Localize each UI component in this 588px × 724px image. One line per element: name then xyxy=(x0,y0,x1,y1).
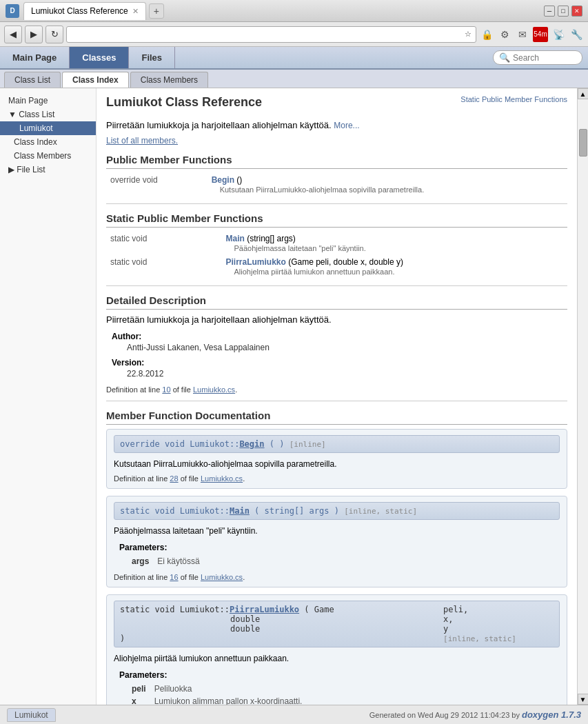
lumiukko-cs-link-def[interactable]: Lumiukko.cs xyxy=(193,385,235,394)
separator2 xyxy=(106,285,567,286)
app-header: Main Page Classes Files 🔍 xyxy=(0,47,588,70)
sidebar: Main Page ▼ Class List Lumiukot Class In… xyxy=(0,88,97,705)
star-icon[interactable]: ☆ xyxy=(465,30,472,39)
def-line-10-link[interactable]: 10 xyxy=(162,385,170,394)
piirra-sig-2b: x, xyxy=(443,614,554,624)
tab-close-button[interactable]: ✕ xyxy=(132,7,139,16)
sidebar-item-class-list[interactable]: ▼ Class List xyxy=(0,108,96,121)
sidebar-item-lumiukot[interactable]: Lumiukot xyxy=(0,121,96,135)
maximize-button[interactable]: □ xyxy=(558,6,569,17)
piirra-header-link[interactable]: PiirraLumiukko xyxy=(230,605,299,614)
main-detail-text: Pääohjelmassa laitetaan "peli" käyntiin. xyxy=(114,525,560,537)
new-tab-button[interactable]: + xyxy=(149,3,164,19)
piirra-detail-section: static void Lumiukot::PiirraLumiukko ( G… xyxy=(106,594,567,705)
forward-button[interactable]: ▶ xyxy=(25,26,43,43)
main-def-line: Definition at line 16 of file Lumiukko.c… xyxy=(114,573,560,581)
begin-header-link[interactable]: Begin xyxy=(239,439,264,449)
scroll-track xyxy=(578,99,588,694)
member-cell: Begin () Kutsutaan PiirraLumiukko-aliohj… xyxy=(207,173,567,197)
wrench-icon[interactable]: 🔧 xyxy=(569,27,584,42)
author-value: Antti-Jussi Lakanen, Vesa Lappalainen xyxy=(127,343,567,352)
version-value: 22.8.2012 xyxy=(127,369,567,379)
security-icon[interactable]: 🔒 xyxy=(479,27,494,42)
param-args-desc: Ei käytössä xyxy=(153,555,203,567)
sub-tab-class-index[interactable]: Class Index xyxy=(62,72,129,88)
table-row: static void Main (string[] args) Pääohje… xyxy=(106,232,567,255)
separator3 xyxy=(106,401,567,401)
piirra-func-header: static void Lumiukot::PiirraLumiukko ( G… xyxy=(114,601,560,647)
piirra-signature: (Game peli, double x, double y) xyxy=(288,257,403,267)
main-link[interactable]: Main xyxy=(225,234,244,243)
table-row: peli Peliluokka xyxy=(128,683,306,695)
sub-tabs: Class List Class Index Class Members xyxy=(0,70,588,88)
sidebar-item-class-members[interactable]: Class Members xyxy=(0,149,96,163)
begin-description: Kutsutaan PiirraLumiukko-aliohjelmaa sop… xyxy=(212,185,425,194)
sub-tab-class-members[interactable]: Class Members xyxy=(130,72,208,88)
static-member-table: static void Main (string[] args) Pääohje… xyxy=(106,232,567,279)
lumiukko-cs-link-begin[interactable]: Lumiukko.cs xyxy=(201,474,243,483)
piirra-type: static void xyxy=(106,255,221,279)
piirra-sig-3: double xyxy=(120,624,443,634)
right-label[interactable]: Static Public Member Functions xyxy=(460,95,567,103)
back-button[interactable]: ◀ xyxy=(4,26,22,43)
detailed-description-text: Piirretään lumiukkoja ja harjoitellaan a… xyxy=(106,314,567,326)
piirra-sig-2: double xyxy=(120,614,443,624)
begin-detail-text: Kutsutaan PiirraLumiukko-aliohjelmaa sop… xyxy=(114,459,560,470)
table-row: ) [inline, static] xyxy=(120,634,554,643)
footer-tab[interactable]: Lumiukot xyxy=(7,708,56,722)
tab-classes[interactable]: Classes xyxy=(70,47,129,68)
tab-files[interactable]: Files xyxy=(129,47,175,68)
sidebar-item-class-index[interactable]: Class Index xyxy=(0,135,96,149)
navbara: ◀ ▶ ↻ file:///C:/MyTemp/ohj1/luentomonis… xyxy=(0,22,588,47)
header-tabs: Main Page Classes Files xyxy=(0,47,487,68)
scroll-up-button[interactable]: ▲ xyxy=(578,88,589,99)
address-input[interactable]: file:///C:/MyTemp/ohj1/luentomonistecs/e… xyxy=(71,30,462,39)
main-signature: (string[] args) xyxy=(247,234,296,243)
tab-title: Lumiukot Class Reference xyxy=(31,6,128,16)
nav-icons: 🔒 ⚙ ✉ 54m 📡 🔧 xyxy=(479,27,584,42)
tools-icon[interactable]: ⚙ xyxy=(497,27,512,42)
main-params-table: args Ei käytössä xyxy=(128,555,204,567)
param-x-name: x xyxy=(128,695,150,705)
public-member-functions-header: Public Member Functions xyxy=(106,154,567,169)
browser-tab[interactable]: Lumiukot Class Reference ✕ xyxy=(23,2,146,20)
piirra-sig-table: static void Lumiukot::PiirraLumiukko ( G… xyxy=(120,605,554,643)
begin-link[interactable]: Begin xyxy=(212,175,234,185)
scroll-thumb[interactable] xyxy=(579,129,587,157)
refresh-button[interactable]: ↻ xyxy=(45,26,63,43)
static-public-member-functions-header: Static Public Member Functions xyxy=(106,212,567,228)
tab-main-page[interactable]: Main Page xyxy=(0,47,70,68)
list-all-link[interactable]: List of all members. xyxy=(106,136,567,145)
rss-icon[interactable]: 📡 xyxy=(551,27,566,42)
sub-tab-class-list[interactable]: Class List xyxy=(4,72,61,88)
close-button[interactable]: ✕ xyxy=(571,6,582,17)
sidebar-item-main-page[interactable]: Main Page xyxy=(0,94,96,108)
piirra-sig-1b: peli, xyxy=(443,605,554,614)
search-input[interactable] xyxy=(513,53,575,63)
piirralumiukko-link[interactable]: PiirraLumiukko xyxy=(225,257,285,267)
public-member-table: override void Begin () Kutsutaan PiirraL… xyxy=(106,173,567,197)
main-cell: Main (string[] args) Pääohjelmassa laite… xyxy=(221,232,567,255)
piirra-params-header: Parameters: xyxy=(119,670,560,680)
main-header-link[interactable]: Main xyxy=(230,506,250,516)
timer-icon[interactable]: 54m xyxy=(533,27,548,42)
piirra-cell: PiirraLumiukko (Game peli, double x, dou… xyxy=(221,255,567,279)
page-description: Piirretään lumiukkoja ja harjoitellaan a… xyxy=(106,119,567,132)
mail-icon[interactable]: ✉ xyxy=(515,27,530,42)
author-label: Author: xyxy=(112,332,567,341)
main-type: static void xyxy=(106,232,221,255)
lumiukko-cs-link-main[interactable]: Lumiukko.cs xyxy=(201,573,243,581)
scroll-down-button[interactable]: ▼ xyxy=(578,694,589,705)
begin-badge: [inline] xyxy=(290,440,326,449)
piirra-params-table: peli Peliluokka x Lumiukon alimman pallo… xyxy=(128,683,306,705)
scrollbar: ▲ ▼ xyxy=(577,88,588,705)
begin-signature: () xyxy=(236,175,242,185)
sidebar-item-file-list[interactable]: ▶ File List xyxy=(0,163,96,177)
param-peli-desc: Peliluokka xyxy=(150,683,307,695)
minimize-button[interactable]: ─ xyxy=(544,6,555,17)
def-line-16-link[interactable]: 16 xyxy=(170,573,178,581)
search-icon: 🔍 xyxy=(499,52,510,63)
piirra-detail-text: Aliohjelma piirtää lumiukon annettuun pa… xyxy=(114,653,560,665)
def-line-28-link[interactable]: 28 xyxy=(170,474,178,483)
more-link[interactable]: More... xyxy=(334,121,359,130)
